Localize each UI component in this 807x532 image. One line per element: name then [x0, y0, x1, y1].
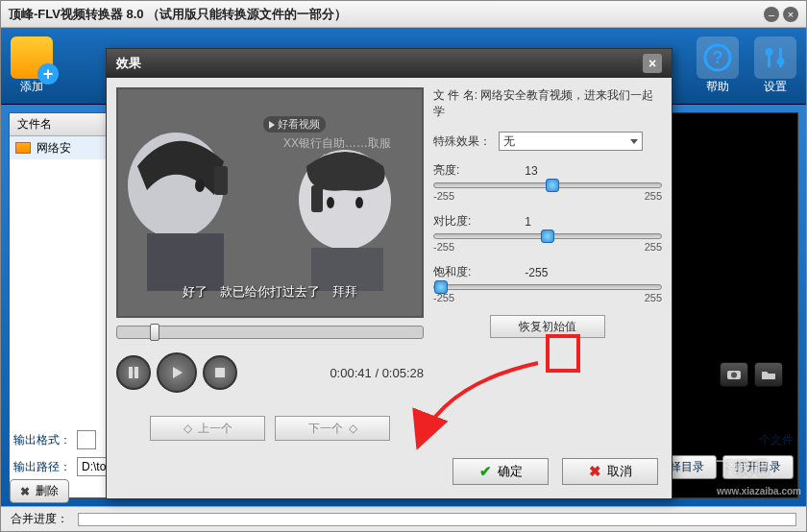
play-button[interactable]: [157, 352, 197, 393]
delete-button[interactable]: ✖ 删除: [10, 479, 69, 503]
site-watermark: 下载吧www.xiazaiba.com: [717, 456, 801, 499]
video-preview: 好看视频 XX银行自助……取服务…… 好了 款已给你打过去了 拜拜: [116, 87, 424, 318]
settings-label: 设置: [764, 79, 787, 95]
saturation-value: -255: [525, 266, 548, 279]
path-label: 输出路径：: [13, 459, 71, 475]
effect-label: 特殊效果：: [433, 133, 491, 150]
svg-point-4: [766, 48, 773, 56]
svg-rect-17: [129, 367, 133, 378]
brightness-slider[interactable]: [433, 182, 662, 188]
file-count-label: 个文件: [759, 432, 794, 448]
subtitle-text: 好了 款已给你打过去了 拜拜: [118, 283, 422, 301]
gear-icon: [754, 36, 796, 79]
svg-rect-10: [214, 166, 228, 195]
settings-button[interactable]: 设置: [754, 36, 796, 95]
brightness-thumb[interactable]: [546, 179, 559, 192]
pause-button[interactable]: [116, 355, 151, 390]
seek-thumb[interactable]: [150, 324, 159, 341]
folder-button[interactable]: [754, 362, 783, 387]
prev-button[interactable]: ◇ 上一个: [150, 416, 265, 441]
watermark: 好看视频: [263, 116, 326, 133]
next-button[interactable]: 下一个 ◇: [275, 416, 390, 441]
contrast-thumb[interactable]: [541, 230, 554, 243]
file-name-cell: 网络安: [37, 140, 71, 157]
main-title: 顶峰-FLV视频转换器 8.0 （试用版只能转换源文件的一部分）: [9, 6, 347, 23]
merge-progress-label: 合并进度：: [11, 511, 68, 527]
svg-point-14: [355, 197, 363, 208]
brightness-value: 13: [525, 164, 537, 178]
stop-button[interactable]: [203, 355, 237, 390]
svg-rect-19: [215, 368, 225, 377]
filename-row: 文 件 名: 网络安全教育视频，进来我们一起学: [433, 87, 662, 120]
progress-bar: [78, 513, 796, 526]
restore-button[interactable]: 恢复初始值: [490, 315, 605, 338]
status-bar: 合并进度：: [1, 506, 806, 531]
add-button[interactable]: 添加: [11, 36, 53, 95]
format-input[interactable]: [77, 430, 96, 449]
svg-point-5: [777, 58, 785, 65]
main-titlebar: 顶峰-FLV视频转换器 8.0 （试用版只能转换源文件的一部分） – ×: [1, 1, 806, 28]
cancel-button[interactable]: ✖取消: [562, 458, 658, 485]
close-button[interactable]: ×: [783, 7, 798, 22]
saturation-slider[interactable]: [433, 284, 662, 290]
svg-point-7: [731, 373, 737, 378]
saturation-label: 饱和度:: [433, 264, 471, 280]
svg-text:?: ?: [713, 48, 723, 67]
help-button[interactable]: ? 帮助: [697, 36, 739, 95]
delete-x-icon: ✖: [20, 485, 30, 498]
svg-rect-18: [134, 367, 138, 378]
time-display: 0:00:41 / 0:05:28: [330, 366, 424, 380]
contrast-value: 1: [525, 215, 531, 229]
effect-select[interactable]: 无: [499, 132, 643, 151]
snapshot-button[interactable]: [720, 362, 748, 387]
film-icon: [15, 142, 31, 154]
svg-point-9: [195, 179, 205, 192]
dialog-titlebar: 效果 ×: [107, 49, 672, 78]
seek-bar[interactable]: [116, 326, 424, 339]
check-icon: ✔: [479, 463, 492, 480]
svg-rect-11: [147, 233, 224, 291]
help-label: 帮助: [706, 79, 729, 95]
filename-label: 文 件 名:: [433, 88, 477, 102]
delete-label: 删除: [36, 483, 59, 499]
help-icon: ?: [697, 36, 739, 79]
contrast-slider[interactable]: [433, 233, 662, 239]
dialog-title: 效果: [116, 55, 141, 72]
ok-button[interactable]: ✔确定: [452, 458, 549, 485]
effects-dialog: 效果 × 好看视频 XX银行自助……取服务…… 好了 款已给你打过去了 拜拜: [106, 48, 672, 499]
saturation-thumb[interactable]: [434, 280, 448, 294]
minimize-button[interactable]: –: [764, 7, 779, 22]
dialog-close-button[interactable]: ×: [643, 54, 662, 73]
svg-rect-15: [311, 185, 323, 212]
contrast-label: 对比度:: [433, 213, 471, 230]
svg-point-13: [327, 197, 334, 208]
brightness-label: 亮度:: [433, 162, 459, 179]
format-label: 输出格式：: [13, 432, 71, 448]
x-icon: ✖: [589, 463, 601, 480]
film-add-icon: [11, 36, 53, 79]
